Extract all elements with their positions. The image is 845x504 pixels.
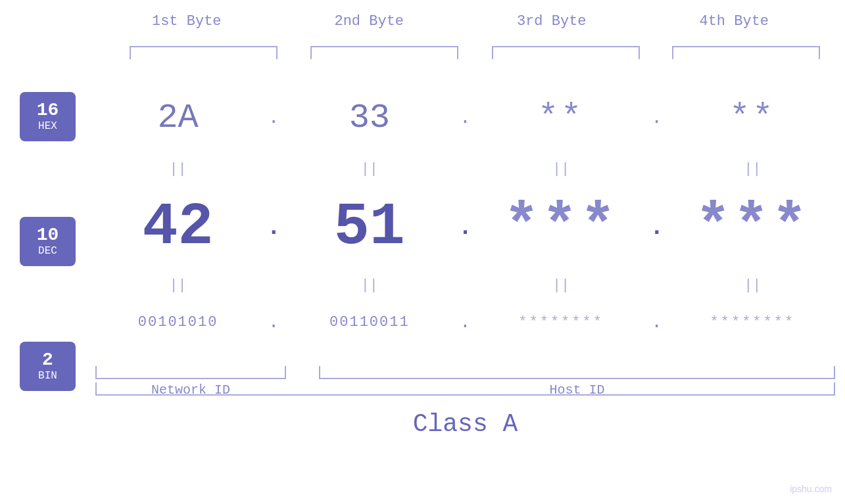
class-bracket-line — [95, 394, 835, 396]
dec-sep3: . — [644, 214, 670, 241]
hex-byte1-value: 2A — [157, 99, 198, 137]
byte3-header: 3rd Byte — [460, 13, 643, 30]
equals-row-2: || || || || — [95, 277, 835, 294]
dec-byte2-value: 51 — [334, 194, 405, 261]
bin-byte3: ******** — [479, 314, 644, 331]
dec-byte1: 42 — [95, 194, 260, 261]
bin-sep2: . — [452, 312, 479, 332]
hex-row: 2A . 33 . ** . ** — [95, 99, 835, 137]
dec-row: 42 . 51 . *** . *** — [95, 194, 835, 261]
watermark: ipshu.com — [790, 484, 832, 494]
byte1-header: 1st Byte — [95, 13, 278, 30]
hex-byte4-value: ** — [729, 99, 775, 137]
hex-byte3-value: ** — [538, 99, 584, 137]
hex-badge: 16 HEX — [20, 92, 76, 141]
hex-sep1: . — [260, 108, 287, 128]
bin-byte2: 00110011 — [287, 314, 452, 331]
dec-byte1-value: 42 — [143, 194, 214, 261]
byte4-header: 4th Byte — [643, 13, 826, 30]
bin-byte3-value: ******** — [518, 314, 604, 331]
bracket-byte1 — [130, 46, 278, 59]
eq1-b1: || — [95, 161, 260, 177]
hex-byte2: 33 — [287, 99, 452, 137]
hex-byte1: 2A — [95, 99, 260, 137]
eq2-b1: || — [95, 277, 260, 294]
dec-byte2: 51 — [287, 194, 452, 261]
bin-sep1: . — [260, 312, 287, 332]
bin-num: 2 — [42, 350, 53, 371]
class-label: Class A — [95, 410, 835, 438]
content-area: 2A . 33 . ** . ** || || || || — [95, 66, 835, 451]
bin-byte4: ******** — [670, 314, 835, 331]
hex-label: HEX — [38, 121, 57, 133]
dec-badge: 10 DEC — [20, 217, 76, 266]
equals-row-1: || || || || — [95, 161, 835, 177]
hex-byte3: ** — [479, 99, 644, 137]
bin-byte2-value: 00110011 — [329, 314, 410, 331]
class-bracket-left — [95, 382, 97, 396]
eq1-b2: || — [287, 161, 452, 177]
hex-byte2-value: 33 — [349, 99, 390, 137]
bin-sep3: . — [644, 312, 670, 332]
hex-sep3: . — [644, 108, 670, 128]
bin-byte1-value: 00101010 — [138, 314, 218, 331]
hex-sep2: . — [452, 108, 479, 128]
eq2-b4: || — [670, 277, 835, 294]
dec-byte3-value: *** — [504, 194, 618, 261]
bracket-byte4 — [672, 46, 820, 59]
byte2-header: 2nd Byte — [278, 13, 461, 30]
eq1-b4: || — [670, 161, 835, 177]
dec-byte4: *** — [670, 194, 835, 261]
base-labels: 16 HEX 10 DEC 2 BIN — [20, 92, 76, 391]
bracket-byte2 — [310, 46, 458, 59]
dec-sep1: . — [260, 214, 287, 241]
dec-byte4-value: *** — [695, 194, 809, 261]
main-container: 1st Byte 2nd Byte 3rd Byte 4th Byte 16 H… — [0, 0, 845, 504]
bin-label: BIN — [38, 371, 57, 382]
network-bracket — [95, 366, 286, 379]
byte-headers: 1st Byte 2nd Byte 3rd Byte 4th Byte — [95, 13, 825, 30]
eq1-b3: || — [479, 161, 644, 177]
dec-byte3: *** — [479, 194, 644, 261]
eq2-b2: || — [287, 277, 452, 294]
bin-badge: 2 BIN — [20, 342, 76, 391]
bin-byte4-value: ******** — [710, 314, 796, 331]
dec-label: DEC — [38, 246, 57, 258]
dec-num: 10 — [37, 225, 59, 246]
hex-byte4: ** — [670, 99, 835, 137]
class-bracket-right — [834, 382, 835, 396]
hex-num: 16 — [37, 101, 59, 121]
eq2-b3: || — [479, 277, 644, 294]
dec-sep2: . — [452, 214, 479, 241]
bin-byte1: 00101010 — [95, 314, 260, 331]
host-bracket — [319, 366, 835, 379]
bracket-byte3 — [492, 46, 640, 59]
bin-row: 00101010 . 00110011 . ******** . *******… — [95, 312, 835, 332]
